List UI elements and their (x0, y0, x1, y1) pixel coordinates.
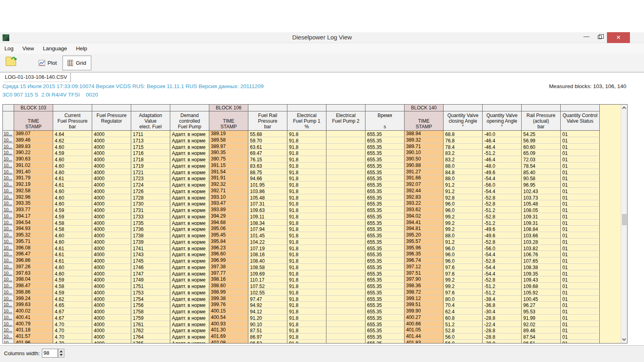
cell-efp1[interactable]: 91.8 (287, 327, 326, 333)
cell-qcv_stat[interactable]: 01 (561, 264, 600, 270)
cell-cur_fp[interactable]: 4.59 (53, 207, 92, 213)
cell-rp_act[interactable]: 100.45 (522, 296, 561, 302)
cell-demand[interactable]: Адапт. в норме (170, 194, 209, 201)
cell-efp1[interactable]: 91.8 (287, 296, 326, 302)
row-header-button[interactable]: 10... (3, 333, 14, 340)
cell-fp_reg[interactable]: 4000 (92, 137, 131, 144)
cell-qcv_stat[interactable]: 01 (561, 220, 600, 226)
cell-demand[interactable]: Адапт. в норме (170, 276, 209, 283)
cell-qcv_stat[interactable]: 01 (561, 257, 600, 264)
cell-ts140[interactable]: 395.20 (405, 232, 444, 239)
row-header-button[interactable]: 10... (3, 188, 14, 194)
cell-adapt[interactable]: 1746 (131, 264, 170, 270)
cell-time_s[interactable]: 655.35 (365, 194, 405, 201)
cell-adapt[interactable]: 1745 (131, 257, 170, 264)
open-log-button[interactable]: ↷ (3, 55, 22, 70)
cell-demand[interactable]: Адапт. в норме (170, 239, 209, 245)
cell-qcv_stat[interactable]: 01 (561, 131, 600, 137)
row-header-button[interactable]: 10... (3, 276, 14, 283)
cell-efp2[interactable] (326, 321, 365, 327)
row-header-button[interactable]: 10... (3, 169, 14, 175)
cell-qv_open[interactable]: -54.4 (483, 264, 522, 270)
cell-fp_reg[interactable]: 4000 (92, 239, 131, 245)
cell-efp1[interactable]: 91.8 (287, 162, 326, 169)
cell-efp2[interactable] (326, 200, 365, 207)
cell-ts140[interactable]: 399.90 (405, 308, 444, 315)
cell-efp2[interactable] (326, 327, 365, 333)
cell-ts140[interactable]: 393.22 (405, 200, 444, 207)
cell-adapt[interactable]: 1736 (131, 226, 170, 232)
cell-frp[interactable]: 101.45 (248, 232, 287, 239)
cell-time_s[interactable]: 655.35 (365, 162, 405, 169)
cell-rp_act[interactable]: 107.65 (522, 257, 561, 264)
cell-qv_open[interactable]: -49.6 (483, 169, 522, 175)
cell-adapt[interactable]: 1724 (131, 181, 170, 188)
cell-ts140[interactable]: 398.72 (405, 289, 444, 296)
cell-ts103[interactable]: 391.40 (14, 169, 53, 175)
cell-rp_act[interactable]: 105.48 (522, 200, 561, 207)
cell-ts106[interactable]: 392.32 (209, 181, 248, 188)
cell-efp2[interactable] (326, 137, 365, 144)
cell-efp1[interactable]: 91.8 (287, 340, 326, 343)
cell-efp2[interactable] (326, 220, 365, 226)
cell-cur_fp[interactable]: 4.60 (53, 194, 92, 201)
cell-qv_open[interactable]: -36.8 (483, 302, 522, 308)
cell-time_s[interactable]: 655.35 (365, 181, 405, 188)
cell-ts106[interactable]: 395.45 (209, 232, 248, 239)
cell-ts106[interactable]: 400.15 (209, 308, 248, 315)
cell-qcv_stat[interactable]: 01 (561, 308, 600, 315)
cell-time_s[interactable]: 655.35 (365, 156, 405, 162)
cell-fp_reg[interactable]: 4000 (92, 162, 131, 169)
cell-adapt[interactable]: 1721 (131, 169, 170, 175)
cell-qcv_stat[interactable]: 01 (561, 150, 600, 156)
cell-adapt[interactable]: 1761 (131, 321, 170, 327)
cell-frp[interactable]: 94.92 (248, 302, 287, 308)
row-header-button[interactable]: 10... (3, 131, 14, 137)
cell-ts140[interactable]: 389.32 (405, 137, 444, 144)
cell-efp2[interactable] (326, 302, 365, 308)
cell-frp[interactable]: 108.34 (248, 220, 287, 226)
cell-ts140[interactable]: 392.07 (405, 181, 444, 188)
cell-cur_fp[interactable]: 4.58 (53, 226, 92, 232)
cell-rp_act[interactable]: 56.99 (522, 137, 561, 144)
cell-time_s[interactable]: 655.35 (365, 169, 405, 175)
cell-fp_reg[interactable]: 4000 (92, 327, 131, 333)
cell-rp_act[interactable]: 60.60 (522, 144, 561, 150)
cell-efp2[interactable] (326, 194, 365, 201)
cell-time_s[interactable]: 655.35 (365, 264, 405, 270)
cell-demand[interactable]: Адапт. в норме (170, 131, 209, 137)
cell-qcv_stat[interactable]: 01 (561, 200, 600, 207)
cell-efp2[interactable] (326, 169, 365, 175)
cell-ts103[interactable]: 401.18 (14, 327, 53, 333)
cell-qv_close[interactable]: 83.2 (444, 156, 483, 162)
cell-demand[interactable]: Адапт. в норме (170, 333, 209, 340)
cell-qcv_stat[interactable]: 01 (561, 289, 600, 296)
cell-time_s[interactable]: 655.35 (365, 213, 405, 220)
cell-ts140[interactable]: 390.10 (405, 150, 444, 156)
cell-adapt[interactable]: 1733 (131, 213, 170, 220)
cell-frp[interactable]: 83.63 (248, 162, 287, 169)
cell-qcv_stat[interactable]: 01 (561, 340, 600, 343)
cell-qcv_stat[interactable]: 01 (561, 194, 600, 201)
cell-adapt[interactable]: 1711 (131, 131, 170, 137)
cell-cur_fp[interactable]: 4.61 (53, 181, 92, 188)
cell-time_s[interactable]: 655.35 (365, 188, 405, 194)
cell-ts140[interactable]: 401.44 (405, 333, 444, 340)
cell-efp1[interactable]: 91.8 (287, 144, 326, 150)
cell-rp_act[interactable]: 90.58 (522, 175, 561, 181)
cell-efp1[interactable]: 91.8 (287, 150, 326, 156)
cell-qv_close[interactable]: 56.0 (444, 333, 483, 340)
cell-qv_close[interactable]: 99.2 (444, 213, 483, 220)
cell-ts103[interactable]: 401.57 (14, 333, 53, 340)
cell-frp[interactable]: 97.47 (248, 296, 287, 302)
cell-rp_act[interactable]: 92.02 (522, 321, 561, 327)
cell-efp2[interactable] (326, 296, 365, 302)
cell-demand[interactable]: Адапт. в норме (170, 270, 209, 277)
cell-time_s[interactable]: 655.35 (365, 270, 405, 277)
cell-qv_open[interactable]: -22.4 (483, 321, 522, 327)
cell-ts103[interactable]: 389.46 (14, 137, 53, 144)
cell-demand[interactable]: Адапт. в норме (170, 162, 209, 169)
row-header-button[interactable]: 10... (3, 321, 14, 327)
cell-qv_close[interactable]: 96.0 (444, 251, 483, 257)
cell-qv_close[interactable]: 99.2 (444, 283, 483, 289)
